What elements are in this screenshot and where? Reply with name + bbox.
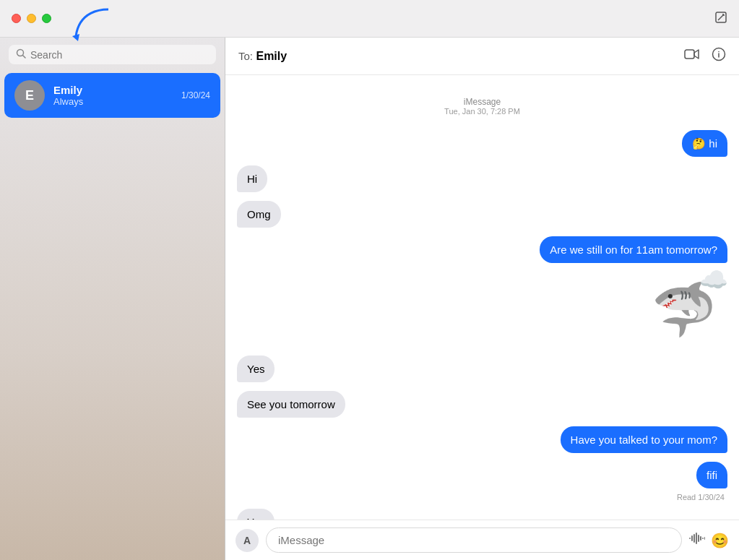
shark-sticker: 🦈 ☁️ [641,273,727,345]
message-row-m4: Are we still on for 11am tomorrow? [237,236,727,263]
to-label: To: [238,50,253,62]
conversation-preview-emily: Always [53,96,173,107]
close-button[interactable] [12,14,21,23]
info-icon[interactable] [712,47,726,65]
message-row-m2: Hi [237,165,727,192]
contact-name: Emily [256,50,287,62]
bubble-m9: fifi [696,462,727,488]
shark-emoji: 🦈 ☁️ [652,279,717,340]
message-row-m3: Omg [237,201,727,228]
audio-wave-icon[interactable] [689,532,705,548]
apps-button[interactable]: A [235,529,259,552]
message-input-bar: A 😊 [225,520,739,560]
conversation-item-emily[interactable]: E Emily Always 1/30/24 [4,73,220,118]
chat-area: To: Emily [225,38,739,560]
message-row-m8: Have you talked to your mom? [237,426,727,453]
main-layout: E Emily Always 1/30/24 To: Emily [0,38,739,560]
bubble-m8: Have you talked to your mom? [561,426,727,453]
apps-icon: A [243,535,251,546]
search-bar-container [0,38,225,72]
chat-header-to: To: Emily [238,50,287,63]
search-icon [16,48,26,61]
search-bar [9,45,216,64]
avatar-emily: E [14,80,45,111]
timestamp-text: Tue, Jan 30, 7:28 PM [237,107,727,116]
conversation-date-emily: 1/30/24 [181,90,210,100]
bubble-m7: See you tomorrow [237,391,345,418]
chat-header: To: Emily [225,38,739,75]
emoji-icon[interactable]: 😊 [711,532,729,549]
minimize-button[interactable] [27,14,36,23]
search-input[interactable] [30,49,209,61]
video-call-icon[interactable] [684,48,700,64]
read-receipt: Read 1/30/24 [237,493,727,501]
svg-line-2 [718,14,724,20]
bubble-m2: Hi [237,165,267,192]
sidebar: E Emily Always 1/30/24 [0,38,225,560]
conversation-name-emily: Emily [53,84,173,96]
message-row-m11: Yes [237,509,727,520]
service-label: iMessage [237,97,727,107]
compose-button[interactable] [714,11,727,27]
cloud-emoji: ☁️ [699,266,728,293]
chat-header-icons [684,47,726,65]
traffic-lights [0,14,51,23]
message-row-m6: Yes [237,356,727,382]
svg-rect-7 [685,50,694,59]
svg-point-10 [718,51,719,53]
bubble-m6: Yes [237,356,275,382]
sticker-area: 🦈 ☁️ [237,273,727,345]
conversation-list: E Emily Always 1/30/24 [0,72,225,560]
svg-line-6 [23,56,26,59]
message-input[interactable] [266,527,682,553]
message-row-m7: See you tomorrow [237,391,727,418]
bubble-m4: Are we still on for 11am tomorrow? [540,236,727,263]
conversation-info-emily: Emily Always [53,84,173,107]
bubble-m3: Omg [237,201,281,228]
title-bar [0,0,739,38]
bubble-m11: Yes [237,509,275,520]
message-row-m9: fifi [237,462,727,488]
input-right-icons: 😊 [689,532,729,549]
maximize-button[interactable] [42,14,51,23]
message-row-m1: 🤔 hi [237,130,727,157]
imessage-timestamp: iMessage Tue, Jan 30, 7:28 PM [237,97,727,116]
bubble-m1: 🤔 hi [682,130,727,157]
messages-container: iMessage Tue, Jan 30, 7:28 PM 🤔 hi Hi Om… [225,75,739,520]
